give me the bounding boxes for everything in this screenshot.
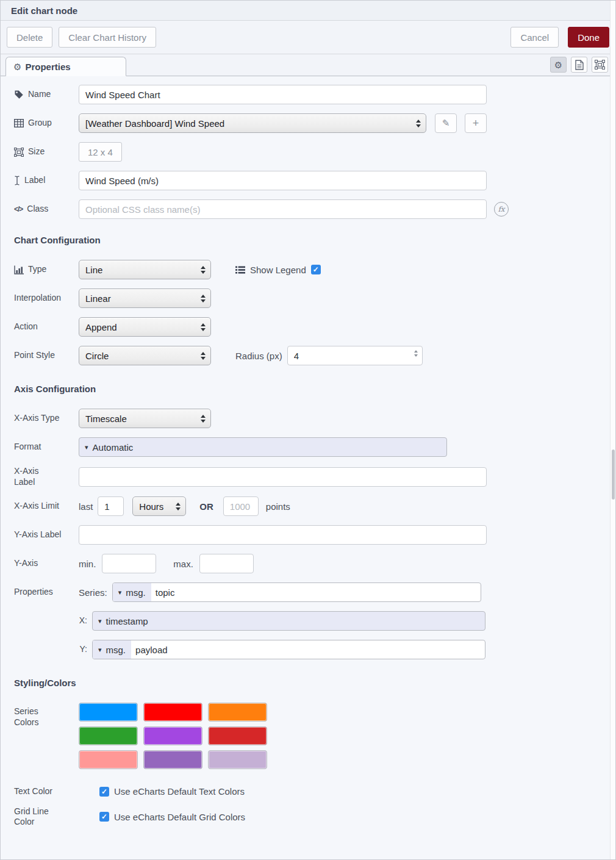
tab-icon-buttons: ⚙	[550, 57, 608, 73]
color-swatch[interactable]	[208, 726, 267, 745]
tab-properties[interactable]: ⚙ Properties	[5, 57, 126, 76]
edit-group-button[interactable]: ✎	[435, 113, 457, 133]
series-typed-input[interactable]: ▾ msg. topic	[112, 582, 481, 602]
edit-properties-icon-button[interactable]: ⚙	[550, 57, 567, 73]
name-row: Name	[14, 85, 603, 104]
series-type-button[interactable]: ▾ msg.	[113, 583, 151, 601]
label-input[interactable]	[79, 171, 487, 190]
axis-configuration-heading: Axis Configuration	[14, 384, 603, 394]
name-label: Name	[14, 89, 79, 100]
radius-label: Radius (px)	[235, 351, 282, 361]
or-label: OR	[199, 501, 213, 512]
format-typed-input[interactable]: ▾ Automatic	[79, 437, 447, 457]
color-swatch[interactable]	[208, 750, 267, 769]
point-style-label: Point Style	[14, 350, 79, 361]
x-type-button[interactable]: ▾ timestamp	[93, 612, 154, 630]
clear-chart-history-button[interactable]: Clear Chart History	[59, 27, 156, 48]
format-row: Format ▾ Automatic	[14, 437, 603, 457]
x-axis-limit-label: X-Axis Limit	[14, 501, 79, 512]
y-axis-min-input[interactable]	[102, 554, 156, 573]
select-arrows-icon	[201, 295, 206, 303]
format-type-button[interactable]: ▾ Automatic	[79, 438, 138, 456]
code-icon: </>	[14, 205, 23, 214]
dropdown-caret-icon: ▾	[98, 617, 102, 625]
y-value[interactable]: payload	[131, 640, 485, 659]
table-icon	[14, 119, 24, 127]
use-default-text-colors-label: Use eCharts Default Text Colors	[114, 786, 245, 797]
properties-label: Properties	[14, 587, 79, 598]
scrollbar-thumb[interactable]	[612, 450, 615, 500]
fx-icon: fx	[494, 202, 509, 217]
grid-color-label: Grid Line Color	[14, 806, 99, 828]
x-axis-type-label: X-Axis Type	[14, 413, 79, 424]
max-label: max.	[173, 559, 193, 569]
plus-icon: +	[473, 117, 479, 130]
select-arrows-icon	[416, 120, 421, 127]
type-row: Type Line Show Legend ✓	[14, 260, 603, 279]
y-property-row: Y: ▾ msg. payload	[14, 640, 603, 659]
color-swatch[interactable]	[143, 703, 202, 722]
format-label: Format	[14, 442, 79, 453]
y-axis-max-input[interactable]	[199, 554, 254, 573]
color-swatch[interactable]	[79, 726, 138, 745]
x-axis-limit-last-input[interactable]	[98, 496, 124, 516]
node-appearance-icon-button[interactable]	[592, 57, 608, 73]
interpolation-select[interactable]: Linear	[79, 288, 211, 308]
y-axis-minmax-row: Y-Axis min. max.	[14, 554, 603, 573]
radius-input[interactable]	[287, 346, 423, 365]
group-row: Group [Weather Dashboard] Wind Speed ✎ +	[14, 113, 603, 133]
series-colors-grid	[79, 703, 267, 769]
x-axis-limit-row: X-Axis Limit last Hours OR points	[14, 496, 603, 516]
y-typed-input[interactable]: ▾ msg. payload	[92, 640, 485, 659]
show-legend-checkbox[interactable]: ✓	[311, 265, 321, 274]
size-button[interactable]: 12 x 4	[79, 142, 122, 162]
point-style-select[interactable]: Circle	[79, 346, 211, 365]
styling-colors-heading: Styling/Colors	[14, 678, 603, 688]
x-axis-limit-unit-select[interactable]: Hours	[132, 496, 186, 516]
vertical-scrollbar[interactable]	[610, 1, 615, 860]
number-spinner-icon[interactable]	[414, 350, 418, 357]
color-swatch[interactable]	[143, 750, 202, 769]
label-row: Label	[14, 171, 603, 190]
x-axis-label-input[interactable]	[79, 467, 487, 487]
color-swatch[interactable]	[143, 726, 202, 745]
x-typed-input[interactable]: ▾ timestamp	[92, 611, 485, 631]
object-group-icon	[14, 148, 24, 157]
select-arrows-icon	[201, 415, 206, 423]
group-select[interactable]: [Weather Dashboard] Wind Speed	[79, 113, 426, 133]
x-axis-limit-points-input[interactable]	[223, 496, 259, 516]
cancel-button[interactable]: Cancel	[510, 27, 559, 48]
y-axis-label-input[interactable]	[79, 525, 487, 545]
type-select[interactable]: Line	[79, 260, 211, 279]
interpolation-label: Interpolation	[14, 293, 79, 304]
x-property-row: X: ▾ timestamp	[14, 611, 603, 631]
node-description-icon-button[interactable]	[571, 57, 587, 73]
size-row: Size 12 x 4	[14, 142, 603, 162]
text-color-row: Text Color ✓ Use eCharts Default Text Co…	[14, 786, 603, 797]
color-swatch[interactable]	[208, 703, 267, 722]
show-legend-group: Show Legend ✓	[235, 265, 321, 275]
tab-properties-label: Properties	[25, 62, 70, 72]
type-label: Type	[14, 264, 79, 275]
x-axis-type-select[interactable]: Timescale	[79, 409, 211, 428]
series-label: Series:	[79, 587, 107, 598]
name-input[interactable]	[79, 85, 487, 104]
color-swatch[interactable]	[79, 750, 138, 769]
last-label: last	[79, 501, 93, 512]
use-default-grid-colors-label: Use eCharts Default Grid Colors	[114, 812, 245, 822]
grid-color-row: Grid Line Color ✓ Use eCharts Default Gr…	[14, 806, 603, 828]
i-cursor-icon	[14, 176, 20, 185]
class-input[interactable]	[79, 199, 487, 219]
y-axis-label-row: Y-Axis Label	[14, 525, 603, 545]
use-default-grid-colors-checkbox[interactable]: ✓	[99, 812, 109, 822]
use-default-text-colors-checkbox[interactable]: ✓	[99, 787, 109, 797]
min-label: min.	[79, 559, 96, 569]
add-group-button[interactable]: +	[465, 113, 487, 133]
series-value[interactable]: topic	[151, 583, 481, 601]
action-select[interactable]: Append	[79, 317, 211, 337]
delete-button[interactable]: Delete	[7, 27, 52, 48]
done-button[interactable]: Done	[568, 27, 609, 48]
y-type-button[interactable]: ▾ msg.	[93, 640, 131, 659]
color-swatch[interactable]	[79, 703, 138, 722]
list-icon	[235, 266, 245, 274]
